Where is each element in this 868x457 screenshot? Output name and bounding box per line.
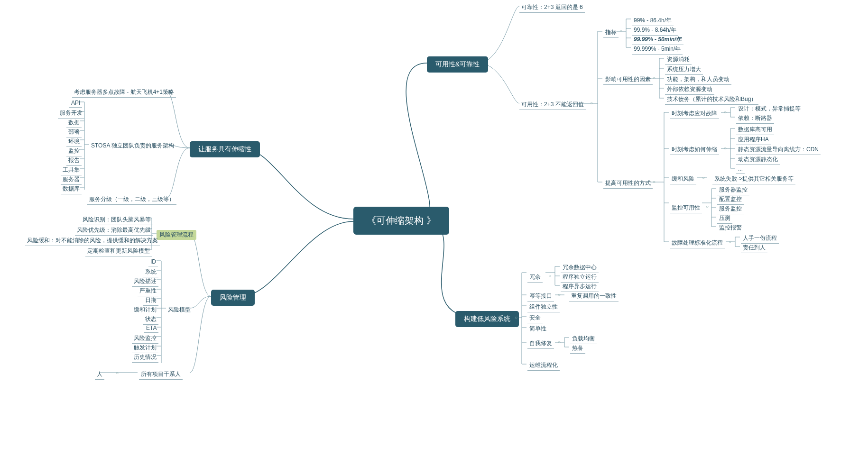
node-ops-process[interactable]: 运维流程化 [527,360,560,371]
node-risk-mitigate[interactable]: 风险缓和：对不能消除的风险，提供缓和的解决方案 [25,236,160,246]
fork-icon [515,315,517,320]
node-sop[interactable]: 故障处理标准化流程 [670,238,725,248]
node-sop-doc[interactable]: 人手一份流程 [741,233,779,244]
node-red-dc[interactable]: 冗余数据中心 [561,263,599,273]
node-scale-static[interactable]: 动态资源静态化 [736,155,780,165]
node-model-eta[interactable]: ETA [144,324,158,333]
node-model-system[interactable]: 系统 [143,267,158,277]
node-stosa-deploy[interactable]: 部署 [66,127,82,137]
node-self-hot[interactable]: 热备 [570,343,585,354]
fork-icon [653,180,656,184]
node-red-indep[interactable]: 程序独立运行 [561,272,599,283]
node-stosa-monitor[interactable]: 监控 [66,146,82,156]
node-factor-change[interactable]: 功能，架构，和人员变动 [665,74,731,85]
fork-icon [116,371,119,375]
node-selfheal[interactable]: 自我修复 [527,338,554,349]
node-scale-appha[interactable]: 应用程序HA [736,135,771,145]
node-improve[interactable]: 提高可用性的方式 [603,178,653,189]
node-red-async[interactable]: 程序异步运行 [561,282,599,292]
fork-icon [706,204,709,209]
node-safety[interactable]: 安全 [527,313,543,323]
node-availability-def[interactable]: 可用性：2+3 不能返回值 [519,100,586,110]
node-stakeholders[interactable]: 所有项目干系人 [139,369,183,380]
node-model-history[interactable]: 历史情况 [132,352,158,363]
node-service-tier[interactable]: 服务分级（一级，二级，三级等） [87,194,176,205]
node-model-riskmon[interactable]: 风险监控 [132,333,158,344]
node-multi-fault[interactable]: 考虑服务器多点故障 - 航天飞机4+1策略 [72,87,176,98]
node-reliability-def[interactable]: 可靠性：2+3 返回的是 6 [519,2,585,13]
node-scale-think[interactable]: 时刻考虑如何伸缩 [670,145,719,155]
node-factor-ext[interactable]: 外部依赖资源变动 [665,84,714,95]
node-risk-model[interactable]: 风险模型 [166,305,193,315]
node-stosa-server[interactable]: 服务器 [61,174,82,185]
node-ind-99[interactable]: 99% - 86.4h/年 [632,16,674,26]
node-mon-alert[interactable]: 监控报警 [717,223,744,233]
mindmap-canvas: { "root": "《可伸缩架构 》", "left": { "scalabl… [0,0,868,457]
node-mon-service[interactable]: 服务监控 [717,204,744,214]
node-mon-config[interactable]: 配置监控 [717,194,744,205]
node-factor-press[interactable]: 系统压力增大 [665,64,703,75]
node-model-date[interactable]: 日期 [143,295,158,306]
branch-risk-mgmt[interactable]: 风险管理 [211,290,255,306]
node-ind-999[interactable]: 99.9% - 8.64h/年 [632,25,678,36]
node-self-lb[interactable]: 负载均衡 [570,334,597,344]
node-risk-priority[interactable]: 风险优先级：消除最高优先级 [75,225,153,236]
node-model-id[interactable]: ID [148,257,158,266]
fork-icon [558,340,561,345]
fork-icon [724,146,727,151]
node-mon-server[interactable]: 服务器监控 [717,185,749,195]
node-idem-child[interactable]: 重复调用的一致性 [569,291,619,302]
node-scale-more[interactable]: ... [736,165,745,174]
fork-icon [619,29,622,34]
branch-low-risk[interactable]: 构建低风险系统 [455,311,519,327]
node-mon-stress[interactable]: 压测 [717,213,732,224]
root-node[interactable]: 《可伸缩架构 》 [353,207,449,235]
node-scale-dbha[interactable]: 数据库高可用 [736,125,774,135]
node-fault-design[interactable]: 设计：模式，异常捕捉等 [736,104,803,114]
fork-icon [653,76,656,81]
fork-icon [558,292,561,297]
node-stosa-data[interactable]: 数据 [66,118,82,128]
fork-icon [590,101,593,106]
node-risk-review[interactable]: 定期检查和更新风险模型 [85,246,152,256]
branch-scalable-services[interactable]: 让服务具有伸缩性 [190,141,260,157]
node-stosa-tools[interactable]: 工具集 [61,165,82,175]
node-fault-depend[interactable]: 依赖：断路器 [736,113,774,124]
node-stosa-dev[interactable]: 服务开发 [58,108,84,119]
node-model-status[interactable]: 状态 [143,314,158,325]
node-stosa[interactable]: STOSA 独立团队负责的服务架构 [89,141,176,151]
node-risk-identify[interactable]: 风险识别：团队头脑风暴等 [81,215,153,225]
node-ind-9999[interactable]: 99.99% - 50min/年 [632,35,683,45]
node-redundancy[interactable]: 冗余 [527,272,543,283]
node-sop-owner[interactable]: 责任到人 [741,243,767,253]
fork-icon [702,175,705,180]
fork-icon [548,274,551,278]
fork-icon [724,110,727,115]
node-ind-99999[interactable]: 99.999% - 5min/年 [632,44,683,55]
branch-availability[interactable]: 可用性&可靠性 [427,56,488,73]
node-stosa-api[interactable]: API [69,99,82,108]
node-simple[interactable]: 简单性 [527,324,548,334]
node-mitigate-child[interactable]: 系统失败->提供其它相关服务等 [712,174,795,184]
node-factors[interactable]: 影响可用性的因素 [603,74,653,85]
node-factor-res[interactable]: 资源消耗 [665,55,692,65]
node-idempotent[interactable]: 幂等接口 [527,291,554,302]
node-risk-process[interactable]: 风险管理流程 [157,230,196,240]
node-scale-cdn[interactable]: 静态资源流量导向离线方：CDN [736,145,821,155]
node-component-indep[interactable]: 组件独立性 [527,302,560,312]
node-stosa-db[interactable]: 数据库 [61,184,82,194]
node-stosa-env[interactable]: 环境 [66,137,82,147]
node-model-trigger[interactable]: 触发计划 [132,343,158,353]
node-people[interactable]: 人 [95,369,104,380]
node-indicator[interactable]: 指标 [603,27,619,38]
node-model-mitplan[interactable]: 缓和计划 [132,305,158,315]
node-factor-debt[interactable]: 技术债务（累计的技术风险和Bug） [665,94,758,105]
node-monitor-avail[interactable]: 监控可用性 [670,203,702,213]
fork-icon [729,239,731,244]
node-fault-think[interactable]: 时刻考虑应对故障 [670,109,719,119]
node-mitigate-risk[interactable]: 缓和风险 [670,174,696,184]
node-model-desc[interactable]: 风险描述 [132,276,158,287]
node-stosa-report[interactable]: 报告 [66,155,82,166]
node-model-severity[interactable]: 严重性 [138,286,158,296]
